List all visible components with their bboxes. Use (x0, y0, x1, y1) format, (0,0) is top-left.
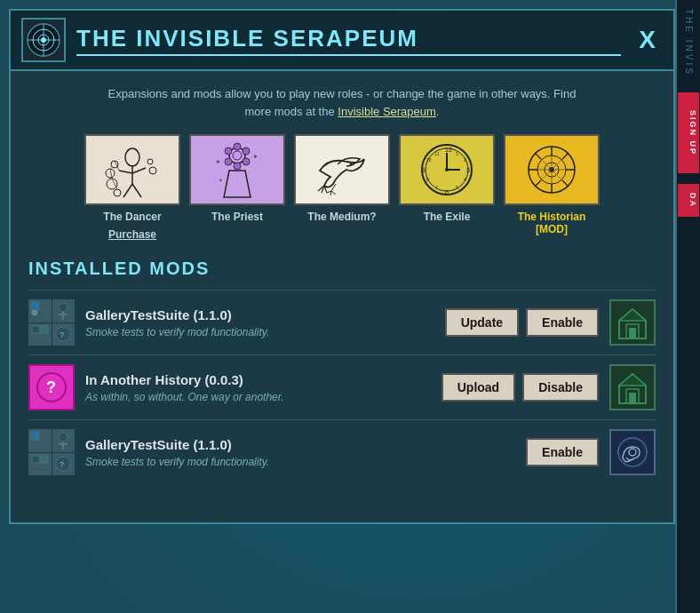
disable-button-in-another-history[interactable]: Disable (522, 373, 599, 402)
svg-point-26 (225, 158, 232, 165)
svg-rect-83 (629, 328, 636, 338)
installed-mods-section: INSTALLED MODS 👤 (28, 259, 656, 484)
svg-rect-89 (629, 393, 636, 403)
mod-desc-gallery-1: Smoke tests to verify mod functionality. (85, 326, 434, 338)
mod-icon-cell (52, 299, 76, 322)
update-button-gallery-1[interactable]: Update (445, 308, 519, 337)
expansion-name-medium: The Medium? (307, 211, 376, 223)
svg-line-10 (123, 184, 132, 197)
mod-actions-in-another-history: Upload Disable (441, 373, 599, 402)
mod-icon-cell (28, 453, 52, 476)
svg-text:8: 8 (426, 177, 429, 182)
svg-text:✦: ✦ (219, 178, 223, 183)
svg-rect-77 (41, 326, 48, 333)
expansion-card-exile[interactable]: 12 3 6 9 1 2 4 5 7 8 10 11 (399, 134, 495, 205)
installed-mods-heading: INSTALLED MODS (28, 259, 656, 279)
svg-text:1: 1 (456, 151, 458, 156)
svg-text:👤: 👤 (33, 432, 40, 439)
expansion-card-priest[interactable]: ✦ ✦ ✦ (189, 134, 285, 205)
expansion-name-exile: The Exile (424, 211, 471, 223)
mod-icon-cell: 👤 (28, 299, 52, 322)
svg-point-23 (243, 147, 250, 155)
expansion-card-medium[interactable] (294, 134, 390, 205)
svg-point-71 (32, 310, 37, 315)
svg-point-69 (549, 167, 554, 172)
svg-point-32 (350, 163, 353, 166)
game-logo (21, 18, 66, 62)
svg-point-53 (445, 168, 449, 171)
svg-line-9 (132, 168, 146, 173)
side-da-button[interactable]: DA (678, 184, 699, 217)
modal-body: Expansions and mods allow you to play ne… (11, 71, 673, 498)
expansion-card-dancer[interactable] (84, 134, 180, 205)
invisible-serapeum-link[interactable]: Invisible Serapeum (338, 105, 436, 118)
mod-thumbnail-gallery-1 (609, 299, 656, 346)
expansions-row: The Dancer Purchase (28, 134, 656, 241)
expansion-priest: ✦ ✦ ✦ The Priest (189, 134, 285, 241)
expansion-medium: The Medium? (294, 134, 390, 241)
mod-icon-in-another-history: ? (28, 364, 75, 410)
mod-actions-gallery-2: Enable (526, 438, 599, 466)
mod-entry-in-another-history: ? In Another History (0.0.3) As within, … (28, 354, 656, 419)
svg-point-6 (125, 148, 139, 166)
expansion-name-priest: The Priest (211, 211, 263, 223)
mod-entry-gallery-2: 👤 (28, 419, 656, 484)
description-text: Expansions and mods allow you to play ne… (28, 85, 656, 120)
svg-point-27 (225, 147, 232, 155)
svg-line-20 (112, 179, 117, 189)
expansion-purchase-dancer[interactable]: Purchase (108, 228, 156, 241)
side-panel: THE INVIS SIGN UP DA (675, 0, 700, 613)
mod-actions-gallery-1: Update Enable (445, 308, 599, 337)
modal-overlay: THE INVISIBLE SERAPEUM X Expansions and … (0, 0, 684, 613)
enable-button-gallery-1[interactable]: Enable (526, 308, 599, 337)
modal-window: THE INVISIBLE SERAPEUM X Expansions and … (9, 9, 675, 524)
svg-line-62 (535, 180, 541, 187)
mod-icon-cell (52, 429, 76, 452)
mod-info-in-another-history: In Another History (0.0.3) As within, so… (85, 372, 431, 403)
svg-text:✦: ✦ (215, 158, 221, 166)
svg-line-8 (119, 171, 132, 173)
svg-point-24 (243, 158, 250, 165)
svg-text:5: 5 (456, 185, 458, 190)
svg-point-16 (147, 159, 153, 164)
upload-button-in-another-history[interactable]: Upload (441, 373, 515, 402)
svg-text:✦: ✦ (252, 153, 259, 161)
svg-text:10: 10 (426, 157, 432, 163)
expansion-name-historian: The Historian[MOD] (518, 211, 586, 235)
mod-name-in-another-history: In Another History (0.0.3) (85, 372, 431, 387)
svg-point-22 (234, 143, 241, 150)
svg-point-92 (59, 433, 68, 442)
svg-line-61 (562, 153, 569, 159)
svg-text:9: 9 (422, 167, 426, 173)
mod-name-gallery-2: GalleryTestSuite (1.1.0) (85, 437, 515, 452)
close-button[interactable]: X (632, 24, 663, 56)
svg-text:11: 11 (434, 151, 440, 156)
svg-line-11 (132, 184, 141, 197)
svg-point-28 (233, 151, 242, 160)
svg-point-99 (618, 438, 647, 466)
svg-point-15 (114, 189, 121, 196)
expansion-card-historian[interactable] (504, 134, 600, 205)
svg-text:4: 4 (464, 177, 466, 182)
svg-rect-76 (32, 326, 39, 333)
mod-thumbnail-in-another-history (609, 364, 656, 410)
mod-icon-gallery-1: 👤 (28, 299, 75, 346)
expansion-dancer: The Dancer Purchase (84, 134, 180, 241)
svg-point-73 (59, 303, 68, 312)
mod-icon-cell: ? (52, 323, 76, 346)
modal-header: THE INVISIBLE SERAPEUM X (11, 11, 673, 71)
svg-text:?: ? (60, 460, 64, 469)
svg-text:7: 7 (435, 185, 438, 190)
svg-line-60 (562, 180, 569, 187)
side-signup-button[interactable]: SIGN UP (678, 92, 699, 173)
mod-entry-gallery-1: 👤 (28, 290, 656, 354)
mod-desc-gallery-2: Smoke tests to verify mod functionality. (85, 456, 515, 468)
side-top-text: THE INVIS (684, 9, 694, 76)
svg-rect-95 (32, 456, 39, 463)
enable-button-gallery-2[interactable]: Enable (526, 438, 599, 466)
mod-info-gallery-1: GalleryTestSuite (1.1.0) Smoke tests to … (85, 307, 434, 338)
mod-info-gallery-2: GalleryTestSuite (1.1.0) Smoke tests to … (85, 437, 515, 468)
svg-line-18 (115, 161, 119, 171)
mod-icon-cell: ? (52, 453, 76, 476)
expansion-name-dancer: The Dancer (103, 211, 161, 223)
